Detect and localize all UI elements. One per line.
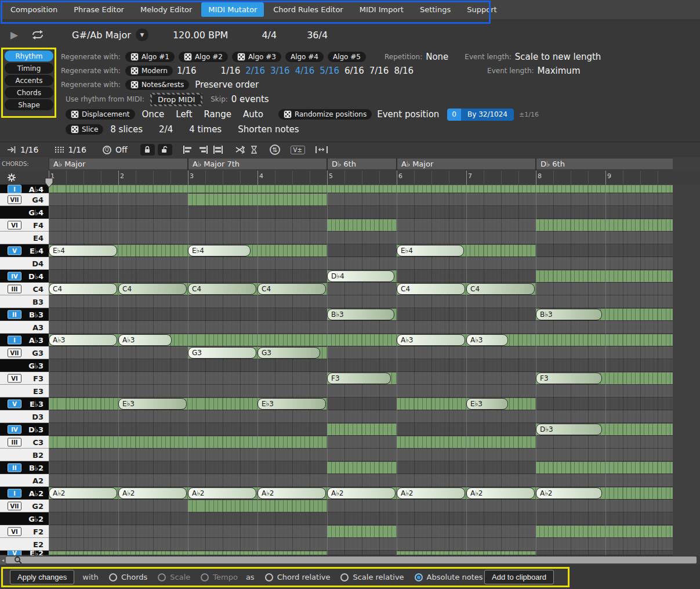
mode-tab-timing[interactable]: Timing [5, 63, 53, 74]
length-display[interactable]: 36/4 [307, 30, 328, 41]
piano-key-g-3[interactable]: G♭3 [0, 359, 49, 372]
algo-pill-algo-2[interactable]: Algo #2 [179, 52, 228, 62]
source-radio-tempo[interactable]: Tempo [201, 573, 238, 581]
piano-key-b3[interactable]: B3 [0, 295, 49, 308]
event-position-control[interactable]: 0 By 32/1024 [447, 109, 514, 121]
midi-note-c4-m1[interactable]: C4 [49, 283, 117, 295]
piano-key-a2[interactable]: A2 [0, 474, 49, 487]
horizontal-scrollbar[interactable]: ◂ [0, 555, 700, 565]
modern-pill-value[interactable]: 1/16 [177, 66, 197, 76]
piano-key-g2[interactable]: VIIG2 [0, 500, 49, 512]
ruler-track[interactable]: 123456789 [49, 171, 673, 185]
grid-lane-e4[interactable] [49, 232, 673, 244]
step-option-6-16[interactable]: 6/16 [344, 66, 364, 76]
snap-icon[interactable] [7, 146, 16, 154]
lock-button[interactable] [140, 144, 155, 156]
grid-lane-c3[interactable] [49, 436, 673, 449]
midi-note-a-2-m3[interactable]: A♭2 [188, 487, 256, 499]
event-position-label[interactable]: Event position [377, 109, 439, 120]
grid-lane-a2[interactable] [49, 474, 673, 487]
stretch-icon[interactable]: ↔ [315, 146, 328, 153]
piano-key-g3[interactable]: VIIG3 [0, 346, 49, 359]
step-option-5-16[interactable]: 5/16 [320, 66, 339, 76]
displacement-option-once[interactable]: Once [142, 109, 165, 120]
transpose-icon[interactable]: ⇅ [270, 144, 280, 155]
step-option-3-16[interactable]: 3/16 [270, 66, 290, 76]
grid-icon[interactable] [55, 146, 64, 154]
loop-icon[interactable] [30, 30, 46, 40]
randomize-positions-pill[interactable]: Randomize positions [278, 109, 372, 120]
step-option-4-16[interactable]: 4/16 [295, 66, 315, 76]
grid-lane-g-3[interactable] [49, 359, 673, 372]
midi-note-a-3-m2[interactable]: A♭3 [118, 334, 172, 346]
piano-key-e3[interactable]: E3 [0, 385, 49, 398]
piano-key-e-3[interactable]: VE♭3 [0, 398, 49, 410]
algo-pill-algo-1[interactable]: Algo #1 [125, 52, 175, 62]
step-option-1-16[interactable]: 1/16 [221, 66, 241, 76]
midi-note-a-2-m6[interactable]: A♭2 [397, 487, 465, 499]
grid-lane-f2[interactable] [49, 525, 673, 538]
play-icon[interactable]: ▶ [10, 29, 18, 41]
mode-tab-shape[interactable]: Shape [5, 99, 53, 110]
midi-note-f3-m8[interactable]: F3 [536, 373, 602, 384]
menu-item-settings[interactable]: Settings [413, 2, 458, 17]
quantize-value[interactable]: Off [115, 145, 128, 154]
midi-note-b-3-m8[interactable]: B♭3 [536, 309, 602, 320]
midi-note-g3-m3[interactable]: G3 [188, 347, 256, 359]
grid-lane-b2[interactable] [49, 449, 673, 461]
velocity-icon[interactable]: V± [291, 146, 305, 154]
piano-key-c4[interactable]: IIIC4 [0, 283, 49, 295]
grid-lane-d4[interactable] [49, 257, 673, 270]
grid-lane-e2[interactable] [49, 538, 673, 551]
grid-lane-a3[interactable] [49, 321, 673, 334]
piano-key-d4[interactable]: D4 [0, 257, 49, 270]
chord-segment-a-major[interactable]: A♭ Major [397, 158, 536, 170]
step-option-2-16[interactable]: 2/16 [245, 66, 265, 76]
midi-note-a-2-m8[interactable]: A♭2 [536, 487, 602, 499]
event-length-value-1[interactable]: Scale to new length [515, 52, 601, 62]
modern-pill[interactable]: Modern [125, 66, 173, 76]
grid-lane-a-4[interactable] [49, 185, 673, 193]
grid-lane-e3[interactable] [49, 385, 673, 398]
displacement-pill[interactable]: Displacement [66, 109, 135, 120]
grid-lane-g4[interactable] [49, 193, 673, 206]
piano-key-g4[interactable]: VIIG4 [0, 193, 49, 206]
grid-lane-g2[interactable] [49, 500, 673, 512]
menu-item-composition[interactable]: Composition [3, 2, 64, 17]
midi-note-a-3-m1[interactable]: A♭3 [49, 334, 117, 346]
align-left-icon[interactable] [183, 146, 193, 154]
midi-note-a-2-m2[interactable]: A♭2 [118, 487, 187, 499]
playhead-marker[interactable] [45, 178, 53, 188]
algo-pill-algo-4[interactable]: Algo #4 [285, 52, 324, 62]
midi-note-c4-m7[interactable]: C4 [466, 283, 535, 295]
piano-key-d-3[interactable]: IVD♭3 [0, 423, 49, 436]
grid-lane-b3[interactable] [49, 295, 673, 308]
skip-value[interactable]: 0 events [231, 94, 269, 104]
piano-key-a-2[interactable]: IA♭2 [0, 487, 49, 500]
midi-note-g3-m4[interactable]: G3 [257, 347, 320, 359]
piano-key-b2[interactable]: B2 [0, 449, 49, 461]
slice-option-8-slices[interactable]: 8 slices [110, 124, 143, 135]
grid-lane-f4[interactable] [49, 219, 673, 232]
step-option-8-16[interactable]: 8/16 [394, 66, 414, 76]
piano-key-a-4[interactable]: IA♭4 [0, 185, 49, 193]
midi-note-e-4-m3[interactable]: E♭4 [188, 245, 251, 256]
gear-icon[interactable] [7, 173, 16, 182]
quantize-icon[interactable]: Q [103, 146, 111, 154]
mode-tab-accents[interactable]: Accents [5, 75, 53, 86]
unlock-button[interactable] [158, 144, 172, 156]
piano-key-f2[interactable]: VIF2 [0, 525, 49, 538]
midi-note-f3-m5[interactable]: F3 [327, 373, 391, 384]
zoom-magnifier-icon[interactable] [14, 556, 22, 564]
event-position-value[interactable]: 0 [447, 109, 461, 121]
midi-note-e-4-m6[interactable]: E♭4 [397, 245, 464, 256]
event-length-value-2[interactable]: Maximum [538, 66, 581, 76]
timeline-ruler[interactable]: 123456789 [0, 171, 700, 185]
mode-tab-chords[interactable]: Chords [5, 87, 53, 98]
mode-radio-chord-relative[interactable]: Chord relative [265, 573, 331, 581]
grid-lane-e-4[interactable] [49, 244, 673, 257]
piano-key-f4[interactable]: VIF4 [0, 219, 49, 232]
midi-note-e-3-m4[interactable]: E♭3 [257, 398, 326, 410]
equal-length-icon[interactable] [213, 146, 223, 154]
slice-pill[interactable]: Slice [66, 124, 103, 135]
